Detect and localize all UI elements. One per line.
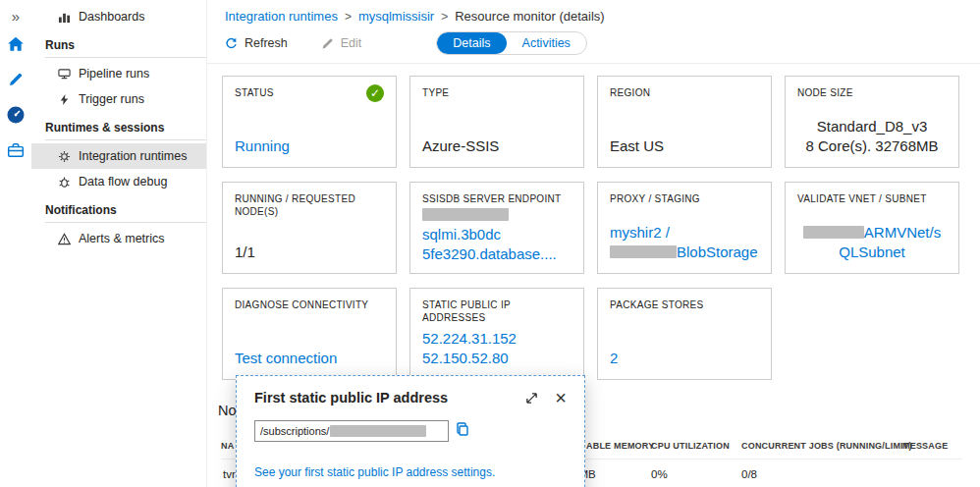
redacted-text bbox=[803, 226, 864, 239]
card-node-size: NODE SIZEStandard_D8_v38 Core(s). 32768M… bbox=[785, 76, 959, 168]
card-package-stores: PACKAGE STORES2 bbox=[597, 288, 772, 380]
card-value: sqlmi.3b0dc5fe3290.database.... bbox=[422, 205, 572, 264]
sidebar-item-data-flow-debug[interactable]: Data flow debug bbox=[31, 169, 206, 194]
card-value-link[interactable]: sqlmi.3b0dc bbox=[422, 226, 501, 243]
redacted-text bbox=[330, 425, 426, 437]
dataflow-debug-icon bbox=[57, 175, 71, 189]
close-icon[interactable]: × bbox=[555, 391, 567, 405]
card-proxy-staging: PROXY / STAGINGmyshir2 /BlobStorage bbox=[597, 182, 772, 274]
ip-address-input-value: /subscriptions/ bbox=[260, 425, 329, 437]
card-label: RUNNING / REQUESTED NODE(S) bbox=[235, 192, 384, 218]
rail-item-monitor[interactable] bbox=[0, 100, 31, 134]
breadcrumb-separator: > bbox=[441, 10, 448, 24]
card-status: STATUS✓Running bbox=[222, 76, 397, 168]
card-value-link[interactable]: QLSubnet bbox=[839, 244, 905, 260]
pencil-icon bbox=[8, 72, 24, 91]
sidebar-item-integration-runtimes[interactable]: Integration runtimes bbox=[31, 143, 206, 169]
sidebar-item-alerts-metrics[interactable]: Alerts & metrics bbox=[31, 226, 206, 251]
card-label: STATIC PUBLIC IP ADDRESSES bbox=[422, 298, 572, 324]
copy-button[interactable] bbox=[455, 421, 470, 441]
sidebar-item-label: Alerts & metrics bbox=[79, 232, 165, 245]
breadcrumb-item-integration-runtimes[interactable]: Integration runtimes bbox=[225, 9, 338, 24]
card-diagnose-connectivity: DIAGNOSE CONNECTIVITYTest connection bbox=[222, 288, 397, 380]
sidebar-divider bbox=[45, 57, 206, 58]
home-icon bbox=[7, 35, 25, 57]
sidebar-section-runs: Runs bbox=[31, 29, 206, 57]
card-value: Standard_D8_v38 Core(s). 32768MB bbox=[797, 117, 947, 156]
table-header-cpu-utilization: CPU UTILIZATION bbox=[651, 441, 730, 451]
trigger-icon bbox=[57, 92, 71, 106]
card-value-link[interactable]: Running bbox=[235, 137, 290, 154]
double-chevron-icon: » bbox=[12, 9, 20, 24]
card-value-link[interactable]: Test connection bbox=[235, 350, 337, 366]
redacted-text bbox=[610, 245, 677, 258]
card-label: PROXY / STAGING bbox=[610, 192, 700, 205]
card-value: ARMVNet/sQLSubnet bbox=[797, 223, 947, 262]
card-value-link[interactable]: 5fe3290.database.... bbox=[422, 245, 557, 262]
table-cell-node-name: tvr bbox=[223, 468, 236, 480]
card-value-link[interactable]: 52.224.31.152 bbox=[422, 330, 517, 347]
breadcrumb-item-mysqlmissisir[interactable]: mysqlmissisir bbox=[358, 9, 434, 24]
tab-activities[interactable]: Activities bbox=[507, 32, 586, 54]
card-value-link[interactable]: ARMVNet/s bbox=[864, 224, 941, 241]
collapse-rail-button[interactable]: » bbox=[0, 4, 31, 27]
table-header-concurrent-jobs: CONCURRENT JOBS (RUNNING/LIMIT) bbox=[741, 441, 912, 451]
dialog-header: First static public IP address × bbox=[254, 390, 567, 406]
sidebar-section-runtimes-sessions: Runtimes & sessions bbox=[31, 112, 206, 139]
sidebar-divider bbox=[45, 139, 206, 140]
ip-address-input[interactable]: /subscriptions/ bbox=[254, 420, 449, 442]
card-value-link[interactable]: 52.150.52.80 bbox=[422, 350, 509, 366]
table-cell-concurrent-jobs: 0/8 bbox=[741, 468, 757, 480]
status-check-icon: ✓ bbox=[366, 84, 384, 102]
card-value-link[interactable]: myshir2 / bbox=[610, 224, 670, 241]
card-value-text: Azure-SSIS bbox=[422, 137, 499, 154]
breadcrumb: Integration runtimes>mysqlmissisir>Resou… bbox=[207, 0, 980, 27]
table-cell-cpu-utilization: 0% bbox=[651, 468, 668, 480]
pipeline-icon bbox=[57, 67, 71, 81]
left-rail: » bbox=[0, 0, 31, 487]
integration-runtime-icon bbox=[57, 149, 71, 163]
card-label: NODE SIZE bbox=[797, 86, 853, 99]
dialog-input-row: /subscriptions/ bbox=[254, 420, 567, 442]
nodes-heading: No bbox=[218, 403, 237, 418]
table-header-message: MESSAGE bbox=[902, 441, 948, 451]
sidebar-item-label: Pipeline runs bbox=[79, 67, 149, 81]
card-value-link[interactable]: BlobStorage bbox=[677, 244, 758, 260]
monitor-sidebar: DashboardsRunsPipeline runsTrigger runsR… bbox=[31, 0, 206, 487]
tab-details[interactable]: Details bbox=[437, 32, 506, 54]
sidebar-item-trigger-runs[interactable]: Trigger runs bbox=[31, 86, 206, 112]
rail-item-home[interactable] bbox=[0, 29, 31, 63]
card-type: TYPEAzure-SSIS bbox=[409, 76, 584, 168]
card-value-text: East US bbox=[610, 137, 664, 154]
card-region: REGIONEast US bbox=[597, 76, 772, 168]
card-label: PACKAGE STORES bbox=[610, 298, 704, 311]
card-label: DIAGNOSE CONNECTIVITY bbox=[235, 298, 368, 311]
card-value: 1/1 bbox=[235, 243, 384, 262]
sidebar-divider bbox=[45, 222, 206, 223]
card-value: 2 bbox=[610, 349, 759, 368]
details-activities-toggle: Details Activities bbox=[436, 31, 587, 55]
rail-item-author[interactable] bbox=[0, 65, 31, 98]
copy-icon bbox=[455, 421, 470, 441]
card-label: REGION bbox=[610, 86, 650, 99]
expand-icon[interactable] bbox=[525, 392, 538, 405]
refresh-button[interactable]: Refresh bbox=[225, 36, 288, 50]
edit-button[interactable]: Edit bbox=[321, 36, 362, 50]
toolbox-icon bbox=[7, 141, 25, 163]
dialog-title: First static public IP address bbox=[254, 390, 448, 406]
sidebar-item-dashboards[interactable]: Dashboards bbox=[31, 4, 206, 29]
toolbar: Refresh Edit Details Activities bbox=[207, 27, 980, 64]
sidebar-item-label: Integration runtimes bbox=[79, 149, 187, 163]
dialog-actions: × bbox=[525, 391, 567, 405]
card-label: SSISDB SERVER ENDPOINT bbox=[422, 192, 561, 205]
card-value: Running bbox=[235, 136, 384, 156]
table-header-name: NA bbox=[221, 441, 234, 451]
rail-item-manage[interactable] bbox=[0, 135, 31, 169]
card-value: Test connection bbox=[235, 349, 384, 368]
card-value-link[interactable]: 2 bbox=[610, 350, 618, 366]
card-value: myshir2 /BlobStorage bbox=[610, 223, 759, 262]
gauge-icon bbox=[6, 105, 26, 129]
ip-settings-link[interactable]: See your first static public IP address … bbox=[254, 465, 495, 479]
sidebar-item-pipeline-runs[interactable]: Pipeline runs bbox=[31, 61, 206, 86]
dashboard-icon bbox=[57, 10, 71, 24]
